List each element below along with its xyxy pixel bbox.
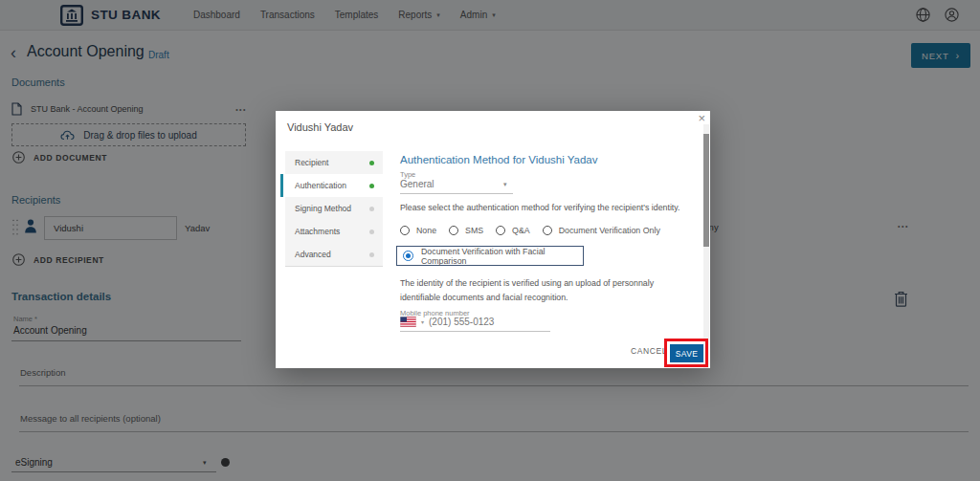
auth-instruction-text: Please select the authentication method …	[400, 203, 679, 212]
phone-underline	[400, 331, 550, 332]
type-select[interactable]: General	[400, 179, 434, 189]
chevron-down-icon[interactable]: ▾	[503, 181, 507, 188]
tab-recipient[interactable]: Recipient	[285, 151, 383, 174]
recipient-settings-dialog: × Vidushi Yadav Recipient Authentication…	[276, 111, 710, 368]
status-dot-incomplete	[369, 252, 374, 257]
radio-qa[interactable]: Q&A	[496, 226, 530, 235]
type-underline	[400, 193, 513, 194]
method-description-text: The identity of the recipient is verifie…	[400, 276, 695, 304]
radio-icon[interactable]	[496, 226, 505, 235]
radio-icon[interactable]	[543, 226, 552, 235]
annotation-highlight-box	[664, 339, 708, 367]
radio-doc-verification-only[interactable]: Document Verification Only	[543, 226, 660, 235]
status-dot-complete	[369, 184, 374, 188]
phone-input-row[interactable]: ▾ (201) 555-0123	[400, 317, 494, 327]
dialog-title: Vidushi Yadav	[287, 121, 353, 133]
phone-input[interactable]: (201) 555-0123	[429, 317, 494, 327]
modal-scrollbar-thumb[interactable]	[703, 134, 709, 247]
auth-options-row: None SMS Q&A Document Verification Only	[400, 226, 660, 235]
tab-signing-method[interactable]: Signing Method	[285, 197, 383, 220]
radio-icon[interactable]	[400, 226, 410, 235]
tab-authentication[interactable]: Authentication	[280, 174, 383, 197]
us-flag-icon[interactable]	[400, 317, 416, 327]
type-label: Type	[400, 170, 415, 179]
chevron-down-icon[interactable]: ▾	[421, 318, 424, 325]
status-dot-incomplete	[369, 230, 374, 234]
tab-advanced[interactable]: Advanced	[285, 243, 383, 266]
radio-icon[interactable]	[449, 226, 458, 235]
radio-sms[interactable]: SMS	[449, 226, 483, 235]
auth-method-heading: Authentication Method for Vidushi Yadav	[400, 154, 598, 165]
tab-attachments[interactable]: Attachments	[285, 220, 383, 243]
dialog-tabs: Recipient Authentication Signing Method …	[285, 151, 383, 267]
status-dot-complete	[369, 161, 374, 165]
close-icon[interactable]: ×	[698, 111, 705, 125]
status-dot-incomplete	[369, 207, 374, 211]
radio-none[interactable]: None	[400, 226, 436, 235]
cancel-button[interactable]: CANCEL	[631, 346, 667, 356]
radio-selected-icon[interactable]	[403, 251, 413, 261]
radio-doc-verification-facial-comparison[interactable]: Document Verification with Facial Compar…	[396, 246, 584, 266]
